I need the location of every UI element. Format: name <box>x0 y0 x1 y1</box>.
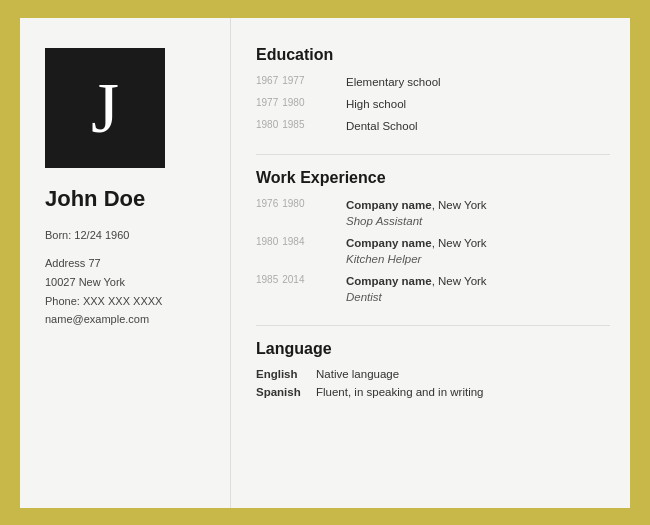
lang-desc-2: Fluent, in speaking and in writing <box>316 386 484 398</box>
person-name: John Doe <box>45 186 210 212</box>
work-years-1: 1976 1980 <box>256 197 346 209</box>
edu-end-3: 1985 <box>282 119 304 130</box>
avatar: J <box>45 48 165 168</box>
edu-years-3: 1980 1985 <box>256 118 346 130</box>
lang-entry-1: English Native language <box>256 368 610 380</box>
right-column: Education 1967 1977 Elementary school 19… <box>230 18 630 508</box>
edu-years-1: 1967 1977 <box>256 74 346 86</box>
divider-1 <box>256 154 610 155</box>
language-title: Language <box>256 340 610 358</box>
resume-page: J John Doe Born: 12/24 1960 Address 77 1… <box>20 18 630 508</box>
work-content-1: Company name, New York Shop Assistant <box>346 197 610 229</box>
language-section: Language English Native language Spanish… <box>256 340 610 398</box>
divider-2 <box>256 325 610 326</box>
person-email: name@example.com <box>45 310 210 329</box>
edu-entry-1: 1967 1977 Elementary school <box>256 74 610 90</box>
work-content-2: Company name, New York Kitchen Helper <box>346 235 610 267</box>
education-title: Education <box>256 46 610 64</box>
lang-entry-2: Spanish Fluent, in speaking and in writi… <box>256 386 610 398</box>
edu-start-1: 1967 <box>256 75 278 86</box>
work-content-3: Company name, New York Dentist <box>346 273 610 305</box>
edu-label-3: Dental School <box>346 118 610 134</box>
edu-start-2: 1977 <box>256 97 278 108</box>
work-years-3: 1985 2014 <box>256 273 346 285</box>
left-column: J John Doe Born: 12/24 1960 Address 77 1… <box>20 18 230 508</box>
work-section: Work Experience 1976 1980 Company name, … <box>256 169 610 306</box>
lang-name-1: English <box>256 368 316 380</box>
edu-label-1: Elementary school <box>346 74 610 90</box>
person-address2: 10027 New York <box>45 273 210 292</box>
lang-name-2: Spanish <box>256 386 316 398</box>
work-entry-3: 1985 2014 Company name, New York Dentist <box>256 273 610 305</box>
work-years-2: 1980 1984 <box>256 235 346 247</box>
work-entry-1: 1976 1980 Company name, New York Shop As… <box>256 197 610 229</box>
edu-start-3: 1980 <box>256 119 278 130</box>
education-section: Education 1967 1977 Elementary school 19… <box>256 46 610 134</box>
person-born: Born: 12/24 1960 <box>45 226 210 245</box>
edu-label-2: High school <box>346 96 610 112</box>
avatar-letter: J <box>91 72 119 144</box>
lang-desc-1: Native language <box>316 368 399 380</box>
edu-entry-2: 1977 1980 High school <box>256 96 610 112</box>
edu-end-1: 1977 <box>282 75 304 86</box>
person-info: Born: 12/24 1960 Address 77 10027 New Yo… <box>45 226 210 329</box>
work-title: Work Experience <box>256 169 610 187</box>
person-phone: Phone: XXX XXX XXXX <box>45 292 210 311</box>
work-entry-2: 1980 1984 Company name, New York Kitchen… <box>256 235 610 267</box>
edu-entry-3: 1980 1985 Dental School <box>256 118 610 134</box>
edu-years-2: 1977 1980 <box>256 96 346 108</box>
edu-end-2: 1980 <box>282 97 304 108</box>
person-address1: Address 77 <box>45 254 210 273</box>
